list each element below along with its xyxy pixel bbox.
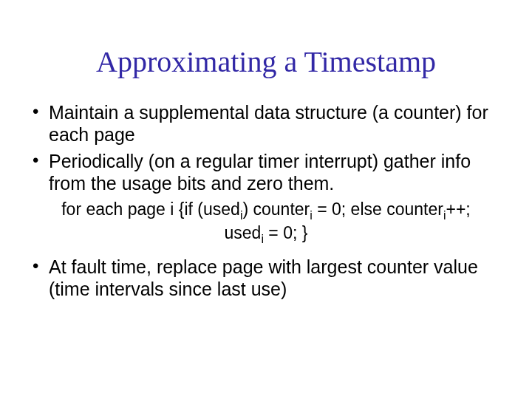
- pseudocode: for each page i {if (usedi) counteri = 0…: [44, 199, 488, 245]
- bullet-item: Maintain a supplemental data structure (…: [30, 101, 502, 146]
- slide: Approximating a Timestamp Maintain a sup…: [0, 0, 532, 399]
- code-text: for each page i {if (used: [61, 200, 240, 219]
- code-text: ) counter: [242, 200, 310, 219]
- bullet-item: At fault time, replace page with largest…: [30, 256, 502, 300]
- bullet-item: Periodically (on a regular timer interru…: [30, 150, 502, 194]
- slide-title: Approximating a Timestamp: [22, 44, 510, 79]
- code-text: = 0; }: [264, 223, 307, 242]
- bullet-list: At fault time, replace page with largest…: [22, 256, 510, 300]
- bullet-list: Maintain a supplemental data structure (…: [22, 101, 510, 194]
- code-text: = 0; else counter: [313, 200, 443, 219]
